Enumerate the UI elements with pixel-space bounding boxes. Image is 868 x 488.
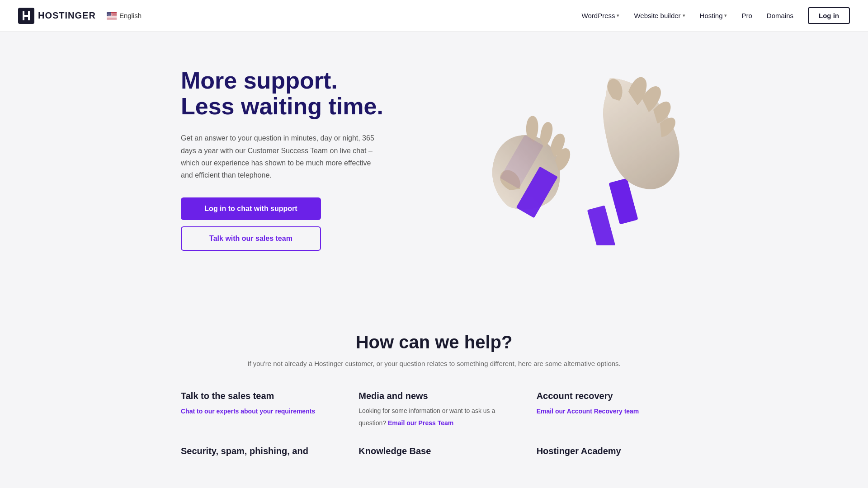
- help-item-sales: Talk to the sales team Chat to our exper…: [181, 391, 331, 428]
- login-button[interactable]: Log in: [808, 7, 850, 24]
- help-section-title: How can we help?: [181, 332, 687, 352]
- help-item-academy: Hostinger Academy: [537, 446, 687, 461]
- hero-illustration: [452, 74, 687, 245]
- navbar: HOSTINGER ★★★★★★ ★★★★★ ★★★★★★ ★★★★★: [0, 0, 868, 32]
- help-item-media: Media and news Looking for some informat…: [359, 391, 509, 428]
- nav-item-website-builder[interactable]: Website builder ▾: [634, 12, 685, 19]
- help-item-kb: Knowledge Base: [359, 446, 509, 461]
- help-item-title-account: Account recovery: [537, 391, 687, 401]
- help-item-link-media[interactable]: Email our Press Team: [388, 418, 453, 428]
- help-item-title-sales: Talk to the sales team: [181, 391, 331, 401]
- sales-team-button[interactable]: Talk with our sales team: [181, 226, 321, 251]
- svg-rect-6: [107, 17, 117, 18]
- nav-item-wordpress[interactable]: WordPress ▾: [582, 12, 620, 19]
- help-item-link-account[interactable]: Email our Account Recovery team: [537, 408, 639, 415]
- help-section: How can we help? If you're not already a…: [0, 305, 868, 488]
- hero-title: More support. Less waiting time.: [181, 68, 383, 119]
- us-flag-icon: ★★★★★★ ★★★★★ ★★★★★★ ★★★★★: [107, 12, 117, 19]
- language-label: English: [119, 12, 142, 19]
- svg-rect-7: [107, 18, 117, 19]
- hands-illustration: [452, 74, 687, 245]
- nav-item-domains[interactable]: Domains: [767, 12, 793, 19]
- help-item-security: Security, spam, phishing, and: [181, 446, 331, 461]
- logo-text: HOSTINGER: [38, 10, 96, 21]
- nav-item-hosting[interactable]: Hosting ▾: [700, 12, 727, 19]
- help-item-title-kb: Knowledge Base: [359, 446, 509, 456]
- help-section-content: How can we help? If you're not already a…: [163, 305, 705, 488]
- svg-rect-5: [107, 16, 117, 16]
- help-item-desc-media: Looking for some information or want to …: [359, 406, 509, 428]
- help-item-account: Account recovery Email our Account Recov…: [537, 391, 687, 428]
- hero-text-content: More support. Less waiting time. Get an …: [181, 68, 383, 251]
- nav-left: HOSTINGER ★★★★★★ ★★★★★ ★★★★★★ ★★★★★: [18, 8, 142, 24]
- language-selector[interactable]: ★★★★★★ ★★★★★ ★★★★★★ ★★★★★ English: [107, 12, 142, 19]
- hero-section: More support. Less waiting time. Get an …: [0, 32, 868, 278]
- help-item-link-sales[interactable]: Chat to our experts about your requireme…: [181, 408, 315, 415]
- hostinger-logo-icon: [18, 8, 34, 24]
- section-divider: [0, 278, 868, 305]
- chevron-down-icon: ▾: [724, 13, 727, 19]
- chevron-down-icon: ▾: [617, 13, 619, 19]
- hero-content-wrapper: More support. Less waiting time. Get an …: [163, 32, 705, 278]
- help-grid: Talk to the sales team Chat to our exper…: [181, 391, 687, 461]
- help-item-title-security: Security, spam, phishing, and: [181, 446, 331, 456]
- login-chat-button[interactable]: Log in to chat with support: [181, 197, 321, 220]
- chevron-down-icon: ▾: [683, 13, 685, 19]
- help-item-title-academy: Hostinger Academy: [537, 446, 687, 456]
- help-item-title-media: Media and news: [359, 391, 509, 401]
- logo-link[interactable]: HOSTINGER: [18, 8, 96, 24]
- help-section-subtitle: If you're not already a Hostinger custom…: [181, 360, 687, 367]
- nav-item-pro[interactable]: Pro: [741, 12, 752, 19]
- hero-description: Get an answer to your question in minute…: [181, 132, 380, 181]
- svg-rect-14: [587, 205, 615, 245]
- nav-right: WordPress ▾ Website builder ▾ Hosting ▾ …: [582, 7, 850, 24]
